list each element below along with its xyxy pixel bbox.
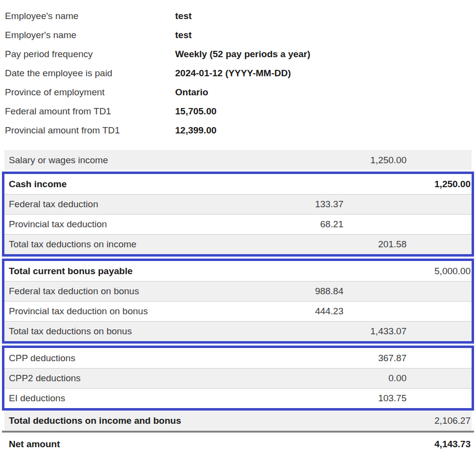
info-row-employer-name: Employer's name test: [5, 25, 474, 44]
cash-income-label: Cash income: [4, 179, 281, 190]
row-cash-income: Cash income 1,250.00: [4, 174, 472, 194]
row-total-deductions: Total deductions on income and bonus 2,1…: [4, 411, 472, 431]
total-tax-income-label: Total tax deductions on income: [4, 239, 281, 250]
provincial-tax-label: Provincial tax deduction: [4, 219, 281, 230]
federal-tax-label: Federal tax deduction: [4, 199, 281, 210]
info-row-employee-name: Employee's name test: [5, 6, 474, 25]
cpp-deductions-label: CPP deductions: [4, 353, 281, 364]
pay-info-section: Employee's name test Employer's name tes…: [2, 6, 474, 140]
federal-tax-value: 133.37: [281, 199, 344, 210]
federal-td1-label: Federal amount from TD1: [5, 106, 175, 117]
federal-td1-value: 15,705.00: [175, 106, 474, 117]
highlight-box-income-tax: Cash income 1,250.00 Federal tax deducti…: [2, 172, 474, 257]
row-provincial-tax: Provincial tax deduction 68.21: [4, 214, 472, 234]
net-amount-row-wrap: Net amount 4,143.73: [2, 435, 474, 454]
total-deductions-label: Total deductions on income and bonus: [4, 415, 281, 426]
highlight-box-cpp-ei: CPP deductions 367.87 CPP2 deductions 0.…: [2, 346, 474, 411]
bonus-payable-value: 5,000.00: [408, 266, 472, 277]
bonus-payable-label: Total current bonus payable: [4, 266, 281, 277]
total-tax-income-value: 201.58: [344, 239, 408, 250]
federal-tax-bonus-label: Federal tax deduction on bonus: [4, 286, 281, 297]
employee-name-value: test: [175, 11, 474, 22]
net-amount-label: Net amount: [4, 439, 281, 450]
info-row-provincial-td1: Provincial amount from TD1 12,399.00: [5, 121, 474, 140]
info-row-pay-date: Date the employee is paid 2024-01-12 (YY…: [5, 64, 474, 83]
employer-name-value: test: [175, 30, 474, 41]
province-value: Ontario: [175, 87, 474, 98]
pay-date-value: 2024-01-12 (YYYY-MM-DD): [175, 68, 474, 79]
pay-period-frequency-label: Pay period frequency: [5, 49, 175, 60]
info-row-province: Province of employment Ontario: [5, 83, 474, 102]
total-tax-bonus-value: 1,433.07: [344, 326, 408, 337]
info-row-pay-period-frequency: Pay period frequency Weekly (52 pay peri…: [5, 44, 474, 64]
federal-tax-bonus-value: 988.84: [281, 286, 344, 297]
pay-date-label: Date the employee is paid: [5, 68, 175, 79]
row-salary-income: Salary or wages income 1,250.00: [4, 150, 472, 170]
deductions-results-table: Salary or wages income 1,250.00 Cash inc…: [2, 150, 474, 454]
row-provincial-tax-bonus: Provincial tax deduction on bonus 444.23: [4, 301, 472, 321]
payroll-results-page: Employee's name test Employer's name tes…: [0, 0, 476, 454]
row-cpp-deductions: CPP deductions 367.87: [4, 348, 472, 368]
info-row-federal-td1: Federal amount from TD1 15,705.00: [5, 102, 474, 121]
net-amount-value: 4,143.73: [408, 439, 472, 450]
row-cpp2-deductions: CPP2 deductions 0.00: [4, 368, 472, 388]
row-federal-tax-bonus: Federal tax deduction on bonus 988.84: [4, 281, 472, 301]
cpp2-deductions-value: 0.00: [344, 373, 408, 384]
total-deductions-value: 2,106.27: [408, 415, 472, 426]
salary-income-label: Salary or wages income: [4, 155, 281, 166]
row-net-amount: Net amount 4,143.73: [4, 435, 472, 454]
ei-deductions-value: 103.75: [344, 393, 408, 404]
salary-row-wrap: Salary or wages income 1,250.00: [2, 150, 474, 170]
cash-income-value: 1,250.00: [408, 179, 472, 190]
provincial-td1-value: 12,399.00: [175, 125, 474, 136]
row-total-tax-bonus: Total tax deductions on bonus 1,433.07: [4, 321, 472, 341]
provincial-tax-value: 68.21: [281, 219, 344, 230]
pay-period-frequency-value: Weekly (52 pay periods a year): [175, 49, 474, 60]
province-label: Province of employment: [5, 87, 175, 98]
row-federal-tax: Federal tax deduction 133.37: [4, 194, 472, 214]
highlight-box-bonus-tax: Total current bonus payable 5,000.00 Fed…: [2, 259, 474, 344]
employer-name-label: Employer's name: [5, 30, 175, 41]
row-bonus-payable: Total current bonus payable 5,000.00: [4, 261, 472, 281]
provincial-tax-bonus-value: 444.23: [281, 306, 344, 317]
employee-name-label: Employee's name: [5, 11, 175, 22]
cpp-deductions-value: 367.87: [344, 353, 408, 364]
provincial-td1-label: Provincial amount from TD1: [5, 125, 175, 136]
row-ei-deductions: EI deductions 103.75: [4, 388, 472, 408]
salary-income-value: 1,250.00: [344, 155, 408, 166]
provincial-tax-bonus-label: Provincial tax deduction on bonus: [4, 306, 281, 317]
row-total-tax-income: Total tax deductions on income 201.58: [4, 234, 472, 254]
total-tax-bonus-label: Total tax deductions on bonus: [4, 326, 281, 337]
total-deductions-row-wrap: Total deductions on income and bonus 2,1…: [2, 411, 474, 431]
ei-deductions-label: EI deductions: [4, 393, 281, 404]
cpp2-deductions-label: CPP2 deductions: [4, 373, 281, 384]
net-amount-divider: [2, 431, 474, 433]
